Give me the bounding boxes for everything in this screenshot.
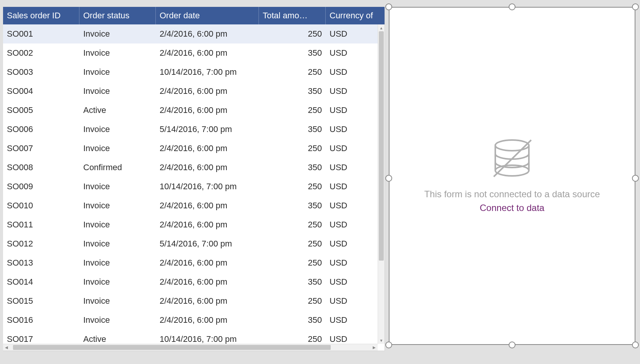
form-placeholder-message: This form is not connected to a data sou… (424, 189, 600, 200)
cell-total-amount: 250 (259, 258, 326, 268)
scroll-track[interactable] (378, 31, 385, 337)
scroll-thumb-h[interactable] (13, 345, 331, 350)
horizontal-scrollbar[interactable]: ◀ ▶ (3, 344, 378, 351)
table-row[interactable]: SO003Invoice10/14/2016, 7:00 pm250USD (3, 63, 385, 82)
cell-currency: USD (326, 182, 375, 192)
cell-order-status: Invoice (79, 201, 156, 211)
table-body: SO001Invoice2/4/2016, 6:00 pm250USDSO002… (3, 24, 385, 351)
cell-total-amount: 350 (259, 315, 326, 325)
cell-order-date: 2/4/2016, 6:00 pm (156, 220, 259, 230)
column-header-order-date[interactable]: Order date (156, 7, 259, 24)
cell-total-amount: 250 (259, 143, 326, 153)
scroll-right-icon[interactable]: ▶ (371, 344, 378, 351)
resize-handle-bottom-left[interactable] (385, 341, 392, 348)
resize-handle-bottom-right[interactable] (632, 341, 639, 348)
cell-sales-order-id: SO007 (3, 143, 79, 153)
scroll-left-icon[interactable]: ◀ (3, 344, 10, 351)
cell-currency: USD (326, 277, 375, 287)
table-row[interactable]: SO005Active2/4/2016, 6:00 pm250USD (3, 101, 385, 120)
cell-currency: USD (326, 239, 375, 249)
cell-order-status: Invoice (79, 239, 156, 249)
cell-sales-order-id: SO008 (3, 163, 79, 172)
cell-currency: USD (326, 163, 375, 172)
cell-total-amount: 350 (259, 48, 326, 58)
cell-order-status: Invoice (79, 315, 156, 325)
cell-total-amount: 350 (259, 163, 326, 172)
cell-currency: USD (326, 48, 375, 58)
table-row[interactable]: SO011Invoice2/4/2016, 6:00 pm250USD (3, 215, 385, 234)
column-header-total-amount[interactable]: Total amo… (259, 7, 326, 24)
table-row[interactable]: SO006Invoice5/14/2016, 7:00 pm350USD (3, 120, 385, 139)
cell-sales-order-id: SO011 (3, 220, 79, 230)
cell-currency: USD (326, 201, 375, 211)
table-row[interactable]: SO012Invoice5/14/2016, 7:00 pm250USD (3, 234, 385, 253)
cell-sales-order-id: SO010 (3, 201, 79, 211)
cell-order-status: Invoice (79, 258, 156, 268)
cell-total-amount: 350 (259, 86, 326, 96)
connect-to-data-link[interactable]: Connect to data (480, 203, 544, 213)
cell-currency: USD (326, 334, 375, 344)
cell-order-date: 10/14/2016, 7:00 pm (156, 182, 259, 192)
cell-order-date: 2/4/2016, 6:00 pm (156, 143, 259, 153)
table-row[interactable]: SO001Invoice2/4/2016, 6:00 pm250USD (3, 24, 385, 43)
table-row[interactable]: SO013Invoice2/4/2016, 6:00 pm250USD (3, 253, 385, 272)
table-row[interactable]: SO007Invoice2/4/2016, 6:00 pm250USD (3, 139, 385, 158)
resize-handle-top-right[interactable] (632, 3, 639, 10)
cell-sales-order-id: SO005 (3, 105, 79, 115)
cell-sales-order-id: SO014 (3, 277, 79, 287)
table-row[interactable]: SO002Invoice2/4/2016, 6:00 pm350USD (3, 43, 385, 63)
column-header-currency[interactable]: Currency of T (326, 7, 375, 24)
cell-order-status: Invoice (79, 48, 156, 58)
table-row[interactable]: SO004Invoice2/4/2016, 6:00 pm350USD (3, 82, 385, 101)
table-row[interactable]: SO008Confirmed2/4/2016, 6:00 pm350USD (3, 158, 385, 177)
cell-currency: USD (326, 86, 375, 96)
cell-order-status: Invoice (79, 220, 156, 230)
cell-order-status: Invoice (79, 86, 156, 96)
cell-currency: USD (326, 258, 375, 268)
cell-order-status: Active (79, 334, 156, 344)
sales-order-table: Sales order ID Order status Order date T… (3, 7, 385, 351)
table-row[interactable]: SO014Invoice2/4/2016, 6:00 pm350USD (3, 272, 385, 292)
resize-handle-top-left[interactable] (385, 3, 392, 10)
cell-total-amount: 250 (259, 182, 326, 192)
cell-order-date: 2/4/2016, 6:00 pm (156, 315, 259, 325)
form-control-selected[interactable]: This form is not connected to a data sou… (387, 7, 637, 351)
column-header-sales-order-id[interactable]: Sales order ID (3, 7, 79, 24)
cell-total-amount: 350 (259, 277, 326, 287)
resize-handle-top-middle[interactable] (509, 3, 516, 10)
scroll-track-h[interactable] (10, 344, 371, 351)
cell-currency: USD (326, 220, 375, 230)
table-row[interactable]: SO010Invoice2/4/2016, 6:00 pm350USD (3, 196, 385, 215)
cell-order-status: Invoice (79, 29, 156, 39)
scroll-down-icon[interactable]: ▼ (378, 337, 385, 344)
table-row[interactable]: SO016Invoice2/4/2016, 6:00 pm350USD (3, 311, 385, 330)
cell-order-date: 2/4/2016, 6:00 pm (156, 29, 259, 39)
resize-handle-middle-left[interactable] (385, 175, 392, 182)
cell-order-date: 2/4/2016, 6:00 pm (156, 258, 259, 268)
form-placeholder-box[interactable]: This form is not connected to a data sou… (389, 7, 635, 345)
cell-currency: USD (326, 143, 375, 153)
resize-handle-bottom-middle[interactable] (509, 341, 516, 348)
svg-line-2 (494, 140, 531, 177)
cell-order-date: 10/14/2016, 7:00 pm (156, 67, 259, 77)
table-header-row: Sales order ID Order status Order date T… (3, 7, 385, 24)
cell-total-amount: 350 (259, 201, 326, 211)
cell-order-status: Confirmed (79, 163, 156, 172)
table-row[interactable]: SO009Invoice10/14/2016, 7:00 pm250USD (3, 177, 385, 196)
cell-total-amount: 250 (259, 67, 326, 77)
resize-handle-middle-right[interactable] (632, 175, 639, 182)
scroll-up-icon[interactable]: ▲ (378, 24, 385, 31)
cell-sales-order-id: SO002 (3, 48, 79, 58)
cell-order-date: 2/4/2016, 6:00 pm (156, 163, 259, 172)
scroll-thumb[interactable] (379, 31, 384, 261)
cell-sales-order-id: SO013 (3, 258, 79, 268)
cell-order-status: Invoice (79, 182, 156, 192)
cell-currency: USD (326, 29, 375, 39)
cell-order-date: 2/4/2016, 6:00 pm (156, 48, 259, 58)
cell-order-status: Invoice (79, 67, 156, 77)
cell-order-status: Invoice (79, 277, 156, 287)
cell-order-date: 2/4/2016, 6:00 pm (156, 105, 259, 115)
column-header-order-status[interactable]: Order status (79, 7, 156, 24)
table-row[interactable]: SO015Invoice2/4/2016, 6:00 pm250USD (3, 292, 385, 311)
vertical-scrollbar[interactable]: ▲ ▼ (378, 24, 385, 344)
